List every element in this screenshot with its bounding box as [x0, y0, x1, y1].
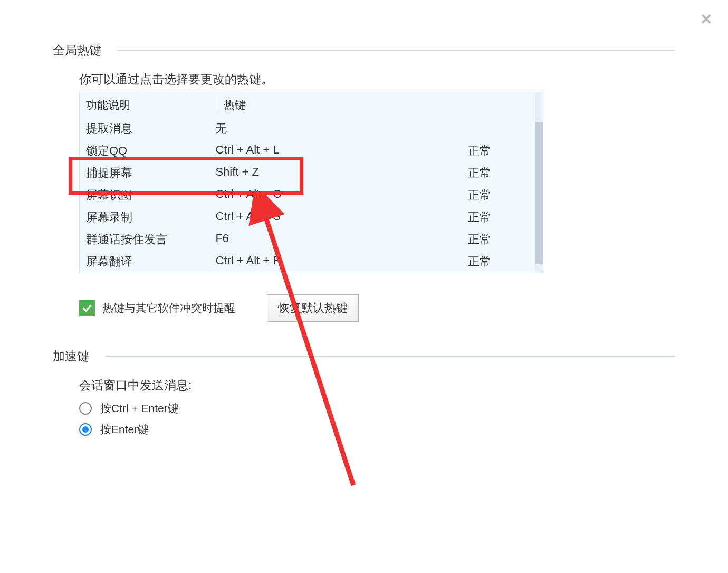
row-func: 屏幕录制: [86, 209, 215, 225]
table-row[interactable]: 捕捉屏幕 Shift + Z 正常: [80, 162, 543, 184]
table-row[interactable]: 屏幕翻译 Ctrl + Alt + F 正常: [80, 251, 543, 273]
conflict-checkbox[interactable]: 热键与其它软件冲突时提醒: [79, 300, 235, 316]
radio-label: 按Enter键: [100, 422, 149, 437]
table-row[interactable]: 群通话按住发言 F6 正常: [80, 228, 543, 251]
row-hotkey: Ctrl + Alt + L: [215, 143, 468, 159]
row-status: 正常: [468, 165, 537, 181]
row-status: 正常: [468, 254, 537, 270]
row-func: 屏幕翻译: [86, 254, 215, 270]
row-func: 屏幕识图: [86, 187, 215, 203]
table-row[interactable]: 屏幕录制 Ctrl + Alt + S 正常: [80, 206, 543, 228]
radio-ctrl-enter[interactable]: 按Ctrl + Enter键: [79, 401, 675, 416]
section-hotkey-header: 全局热键: [53, 42, 675, 59]
divider: [105, 356, 675, 357]
checkbox-checked-icon: [79, 300, 95, 316]
table-header: 功能说明 热键: [80, 92, 543, 118]
hotkey-table: 功能说明 热键 提取消息 无 锁定QQ Ctrl + Alt + L 正常 捕捉…: [79, 92, 543, 273]
table-row[interactable]: 屏幕识图 Ctrl + Alt + O 正常: [80, 184, 543, 206]
radio-enter[interactable]: 按Enter键: [79, 422, 675, 437]
row-hotkey: 无: [215, 121, 468, 137]
section-hotkey-title: 全局热键: [53, 42, 101, 59]
hotkey-instruction: 你可以通过点击选择要更改的热键。: [79, 71, 675, 88]
row-func: 锁定QQ: [86, 143, 215, 159]
row-status: 正常: [468, 187, 537, 203]
row-status: 正常: [468, 143, 537, 159]
row-func: 捕捉屏幕: [86, 165, 215, 181]
table-row[interactable]: 提取消息 无: [80, 118, 543, 140]
row-hotkey: F6: [215, 232, 468, 247]
row-hotkey: Shift + Z: [215, 165, 468, 181]
restore-default-button[interactable]: 恢复默认热键: [267, 294, 359, 322]
divider: [117, 50, 675, 51]
radio-label: 按Ctrl + Enter键: [100, 401, 179, 416]
row-hotkey: Ctrl + Alt + S: [215, 209, 468, 225]
radio-icon: [79, 423, 92, 436]
row-hotkey: Ctrl + Alt + F: [215, 254, 468, 270]
row-status: 正常: [468, 232, 537, 247]
col-func: 功能说明: [86, 98, 216, 112]
row-status: [468, 121, 537, 137]
col-hotkey: 热键: [216, 98, 458, 112]
section-accel-header: 加速键: [53, 348, 675, 365]
row-hotkey: Ctrl + Alt + O: [215, 187, 468, 203]
send-message-label: 会话窗口中发送消息:: [79, 377, 675, 394]
section-accel-title: 加速键: [53, 348, 89, 365]
row-func: 群通话按住发言: [86, 232, 215, 247]
scrollbar-thumb[interactable]: [535, 122, 543, 264]
row-func: 提取消息: [86, 121, 215, 137]
table-row[interactable]: 锁定QQ Ctrl + Alt + L 正常: [80, 140, 543, 162]
radio-icon: [79, 402, 92, 415]
row-status: 正常: [468, 209, 537, 225]
conflict-checkbox-label: 热键与其它软件冲突时提醒: [102, 301, 235, 316]
close-icon[interactable]: ✕: [700, 11, 712, 28]
